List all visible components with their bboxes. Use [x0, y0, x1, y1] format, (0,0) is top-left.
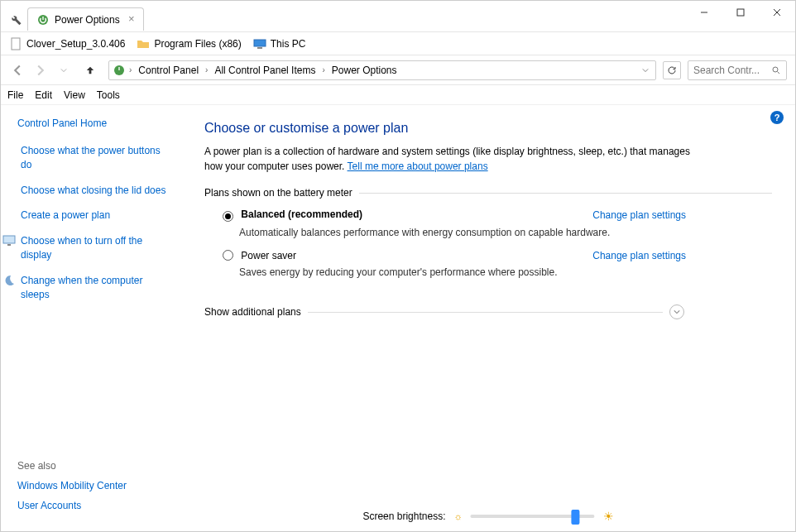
see-also-heading: See also: [17, 460, 173, 472]
plan-radio-balanced[interactable]: Balanced (recommended): [223, 208, 362, 222]
power-plan-balanced: Balanced (recommended) Change plan setti…: [204, 208, 772, 250]
brightness-label: Screen brightness:: [362, 510, 445, 522]
sidebar: Control Panel Home Choose what the power…: [1, 106, 181, 531]
page-heading: Choose or customise a power plan: [204, 121, 772, 136]
change-plan-settings-link[interactable]: Change plan settings: [592, 209, 686, 221]
slider-thumb[interactable]: [572, 510, 580, 525]
help-button[interactable]: ?: [770, 111, 784, 124]
svg-rect-11: [3, 236, 15, 243]
breadcrumb[interactable]: › Control Panel › All Control Panel Item…: [108, 60, 656, 80]
maximize-button[interactable]: [722, 1, 759, 24]
plan-description: Automatically balances performance with …: [239, 227, 636, 238]
sun-dim-icon: ☼: [453, 511, 462, 521]
breadcrumb-item[interactable]: Power Options: [328, 63, 400, 78]
radio-icon: [223, 211, 233, 222]
menu-file[interactable]: File: [7, 89, 23, 101]
menu-view[interactable]: View: [64, 89, 85, 101]
pc-icon: [253, 37, 266, 50]
plans-group-title: Plans shown on the battery meter: [204, 187, 772, 199]
titlebar: Power Options ×: [1, 1, 795, 32]
svg-rect-2: [737, 9, 744, 16]
change-plan-settings-link[interactable]: Change plan settings: [592, 250, 686, 261]
folder-icon: [137, 37, 150, 50]
plan-radio-saver[interactable]: Power saver: [223, 250, 296, 261]
wrench-icon[interactable]: [7, 12, 22, 26]
svg-rect-7: [257, 47, 262, 49]
sidebar-item-display-off[interactable]: Choose when to turn off the display: [21, 234, 173, 262]
bookmarks-bar: Clover_Setup_3.0.406 Program Files (x86)…: [1, 32, 795, 55]
search-input[interactable]: Search Contr...: [688, 60, 787, 80]
sun-bright-icon: ☀: [603, 510, 614, 523]
file-icon: [9, 37, 22, 50]
address-bar: › Control Panel › All Control Panel Item…: [1, 55, 795, 85]
chevron-right-icon[interactable]: ›: [320, 65, 326, 74]
tab-title: Power Options: [55, 14, 120, 26]
back-button[interactable]: [9, 62, 26, 79]
recent-dropdown[interactable]: [55, 62, 72, 79]
radio-icon: [223, 250, 233, 261]
bookmark-item[interactable]: This PC: [253, 37, 306, 50]
svg-rect-5: [12, 38, 20, 50]
power-plan-saver: Power saver Change plan settings Saves e…: [204, 250, 772, 290]
brightness-slider[interactable]: [471, 515, 595, 518]
bookmark-item[interactable]: Program Files (x86): [137, 37, 241, 50]
main-panel: ? Choose or customise a power plan A pow…: [181, 106, 795, 531]
svg-rect-12: [7, 244, 11, 246]
see-also-user-accounts[interactable]: User Accounts: [17, 500, 173, 511]
breadcrumb-item[interactable]: Control Panel: [135, 63, 202, 78]
bookmark-item[interactable]: Clover_Setup_3.0.406: [9, 37, 125, 50]
svg-rect-6: [254, 40, 266, 46]
address-dropdown[interactable]: [639, 67, 652, 74]
page-description: A power plan is a collection of hardware…: [204, 144, 701, 174]
monitor-icon: [2, 234, 16, 247]
chevron-right-icon[interactable]: ›: [127, 65, 133, 74]
learn-more-link[interactable]: Tell me more about power plans: [348, 161, 488, 172]
breadcrumb-item[interactable]: All Control Panel Items: [211, 63, 319, 78]
forward-button[interactable]: [32, 62, 49, 79]
control-panel-home-link[interactable]: Control Panel Home: [17, 117, 173, 129]
close-button[interactable]: [759, 1, 795, 24]
see-also-mobility-center[interactable]: Windows Mobility Center: [17, 480, 173, 491]
menu-edit[interactable]: Edit: [35, 89, 52, 101]
tab-close-button[interactable]: ×: [127, 14, 137, 24]
minimize-button[interactable]: [686, 1, 722, 24]
svg-line-10: [778, 71, 780, 74]
sidebar-item-power-buttons[interactable]: Choose what the power buttons do: [21, 144, 173, 172]
show-additional-plans[interactable]: Show additional plans: [204, 304, 684, 319]
sidebar-item-closing-lid[interactable]: Choose what closing the lid does: [21, 184, 165, 198]
chevron-right-icon[interactable]: ›: [204, 65, 209, 74]
brightness-control: Screen brightness: ☼ ☀: [362, 510, 613, 523]
svg-point-9: [773, 67, 778, 72]
sidebar-item-sleep[interactable]: Change when the computer sleeps: [21, 274, 173, 302]
sidebar-item-create-plan[interactable]: Create a power plan: [21, 208, 110, 223]
menu-bar: File Edit View Tools: [1, 85, 795, 105]
browser-tab[interactable]: Power Options ×: [27, 7, 144, 31]
menu-tools[interactable]: Tools: [97, 89, 120, 101]
plan-description: Saves energy by reducing your computer's…: [239, 266, 636, 278]
moon-icon: [2, 274, 16, 287]
power-icon: [36, 13, 50, 26]
up-button[interactable]: [82, 62, 98, 79]
power-icon: [113, 64, 126, 77]
chevron-down-icon[interactable]: [669, 304, 684, 319]
search-icon: [771, 65, 781, 75]
refresh-button[interactable]: [663, 61, 681, 79]
